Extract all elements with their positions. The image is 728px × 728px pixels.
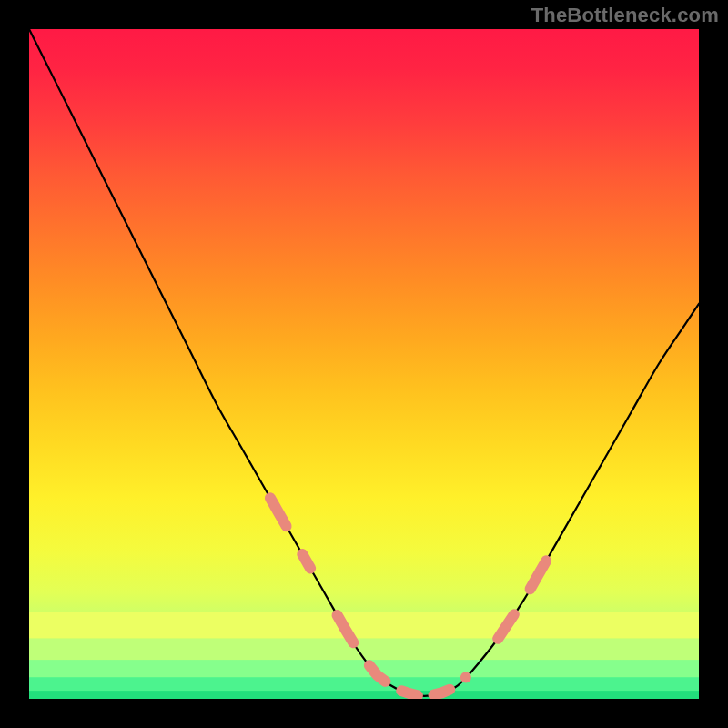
chart-svg <box>29 29 699 699</box>
svg-rect-0 <box>29 612 699 638</box>
highlight-dash <box>434 690 450 695</box>
bottom-color-bands <box>29 612 699 699</box>
gradient-background <box>29 29 699 699</box>
svg-rect-3 <box>29 677 699 691</box>
highlight-dash <box>401 691 418 695</box>
svg-rect-4 <box>29 691 699 699</box>
plot-area <box>29 29 699 699</box>
chart-frame: TheBottleneck.com <box>0 0 728 728</box>
svg-rect-2 <box>29 660 699 677</box>
highlight-dash <box>302 554 310 568</box>
watermark-text: TheBottleneck.com <box>531 4 719 27</box>
svg-rect-1 <box>29 639 699 661</box>
